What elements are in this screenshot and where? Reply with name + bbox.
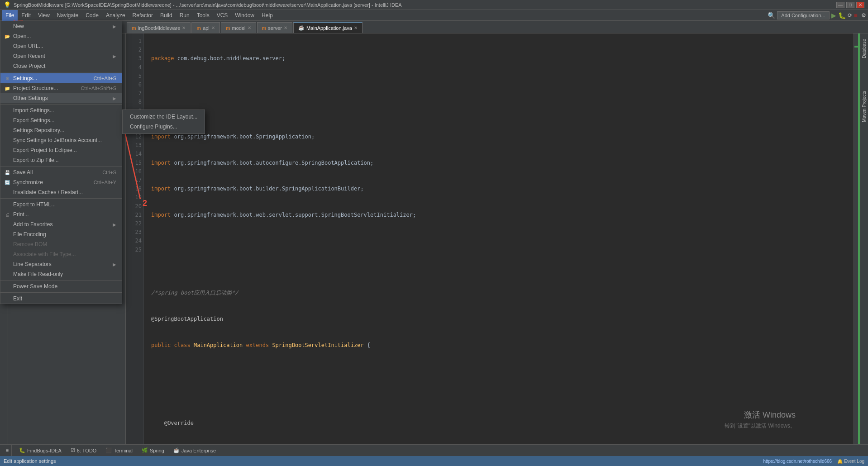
menu-close-project[interactable]: Close Project [0,61,122,71]
menu-build[interactable]: Build [157,10,176,21]
tab-close-3[interactable]: ✕ [284,25,287,30]
menu-vcs[interactable]: VCS [213,10,232,21]
maximize-button[interactable]: □ [846,2,854,8]
menu-project-structure[interactable]: 📁 Project Structure... Ctrl+Alt+Shift+S [0,83,122,93]
bom-icon [4,241,10,247]
ok-marker-1 [854,46,860,48]
power-icon [4,283,10,290]
menu-power-save[interactable]: Power Save Mode [0,281,122,291]
menu-open-recent[interactable]: Open Recent ▶ [0,51,122,61]
tab-server[interactable]: m server ✕ [257,22,292,33]
tab-main-application[interactable]: ☕ MainApplication.java ✕ [293,22,362,33]
menu-export-eclipse[interactable]: Export Project to Eclipse... [0,145,122,155]
tab-close-0[interactable]: ✕ [182,25,186,30]
menu-exit[interactable]: Exit [0,294,122,304]
database-tab[interactable]: Database [861,37,868,60]
divider-4 [0,198,122,199]
code-line-8 [151,237,846,245]
right-vertical-panels: Database Maven Projects [860,33,868,444]
menu-settings[interactable]: ⚙ Settings... Ctrl+Alt+S [0,73,122,83]
menu-file-encoding[interactable]: File Encoding [0,229,122,239]
submenu-customize-ide[interactable]: Customize the IDE Layout... [123,112,205,122]
tab-label-1: api [203,25,210,31]
minimize-button[interactable]: — [836,2,844,8]
tab-api[interactable]: m api ✕ [191,22,219,33]
menu-import-settings[interactable]: Import Settings... [0,105,122,115]
run-button[interactable]: ▶ [831,12,836,19]
submenu-configure-plugins[interactable]: Configure Plugins... [123,122,205,132]
stop-button[interactable]: ■ [854,12,858,19]
menu-settings-repository[interactable]: Settings Repository... [0,125,122,135]
tab-label-2: model [232,25,246,31]
menu-window[interactable]: Window [231,10,258,21]
line-numbers: 1 2 3 4 5 6 7 8 9 10 11 12 13 14 15 16 1… [126,33,144,444]
menu-other-settings[interactable]: Other Settings ▶ [0,93,122,103]
new-icon [4,23,10,29]
bottom-tab-terminal[interactable]: ⬛ Terminal [102,447,136,454]
maven-tab[interactable]: Maven Projects [861,89,868,124]
menu-export-zip[interactable]: Export to Zip File... [0,155,122,165]
menu-tools[interactable]: Tools [193,10,213,21]
tab-icon-4: ☕ [298,25,305,31]
close-project-icon [4,63,10,69]
menu-save-all[interactable]: 💾 Save All Ctrl+S [0,167,122,177]
app-logo: 💡 [4,1,11,8]
menu-code[interactable]: Code [82,10,102,21]
menu-help[interactable]: Help [258,10,277,21]
filetype-icon [4,251,10,257]
code-line-10: /*spring boot应用入口启动类*/ [151,289,846,297]
menu-file[interactable]: File [2,10,18,21]
tab-model[interactable]: m model ✕ [221,22,256,33]
edit-app-settings[interactable]: Edit application settings [4,458,56,464]
menu-line-separators[interactable]: Line Separators ▶ [0,259,122,269]
tab-label-0: ingBootMiddleware [138,25,181,31]
menu-synchronize[interactable]: 🔄 Synchronize Ctrl+Alt+Y [0,177,122,187]
spring-icon: 🌿 [142,447,148,453]
tab-close-2[interactable]: ✕ [248,25,251,30]
bottom-tab-todo[interactable]: ☑ 6: TODO [67,447,100,454]
main-layout: 2: Favorites Project ⚙ 📁 resources ▶ 📁 t… [0,33,868,444]
tab-close-4[interactable]: ✕ [354,25,358,30]
bottom-tab-spring[interactable]: 🌿 Spring [138,447,168,454]
print-icon: 🖨 [4,211,10,218]
menu-edit[interactable]: Edit [18,10,34,21]
menu-remove-bom: Remove BOM [0,239,122,249]
tab-close-1[interactable]: ✕ [211,25,215,30]
settings-menu-icon: ⚙ [4,75,10,81]
menu-refactor[interactable]: Refactor [129,10,157,21]
menu-view[interactable]: View [34,10,53,21]
menu-analyze[interactable]: Analyze [102,10,129,21]
divider-5 [0,280,122,281]
menu-add-favorites[interactable]: Add to Favorites ▶ [0,219,122,229]
debug-button[interactable]: 🐛 [838,12,846,19]
tab-springboot-middleware[interactable]: m ingBootMiddleware ✕ [127,22,191,33]
run-config-button[interactable]: ⟳ [848,12,852,19]
menu-print[interactable]: 🖨 Print... [0,209,122,219]
java-enterprise-icon: ☕ [173,447,180,453]
code-editor[interactable]: package com.debug.boot.middleware.server… [144,33,854,444]
menu-navigate[interactable]: Navigate [53,10,82,21]
menu-invalidate-caches[interactable]: Invalidate Caches / Restart... [0,187,122,197]
status-left: Edit application settings [4,458,56,464]
divider-2 [0,104,122,105]
menu-export-html[interactable]: Export to HTML... [0,200,122,209]
status-event-log[interactable]: 🔔 Event Log [837,459,864,464]
menu-readonly[interactable]: Make File Read-only [0,269,122,279]
structure-tab-icon[interactable]: ≡ [5,449,10,452]
add-configuration-button[interactable]: Add Configuration... [777,11,829,19]
bottom-tab-java-enterprise[interactable]: ☕ Java Enterprise [170,447,219,454]
search-icon[interactable]: 🔍 [768,12,775,19]
divider-3 [0,166,122,166]
menu-open[interactable]: 📂 Open... [0,31,122,41]
settings-icon[interactable]: ⚙ [861,12,866,19]
menu-sync-settings[interactable]: Sync Settings to JetBrains Account... [0,135,122,145]
bottom-tab-findbugs[interactable]: 🐛 FindBugs-IDEA [15,447,65,454]
sync2-icon: 🔄 [4,179,10,185]
menu-run[interactable]: Run [176,10,193,21]
menu-open-url[interactable]: Open URL... [0,41,122,51]
file-dropdown: New ▶ 📂 Open... Open URL... Open Recent … [0,21,122,304]
menu-export-settings[interactable]: Export Settings... [0,115,122,125]
right-gutter [854,33,860,444]
menu-new[interactable]: New ▶ [0,21,122,31]
close-button[interactable]: ✕ [856,2,864,8]
